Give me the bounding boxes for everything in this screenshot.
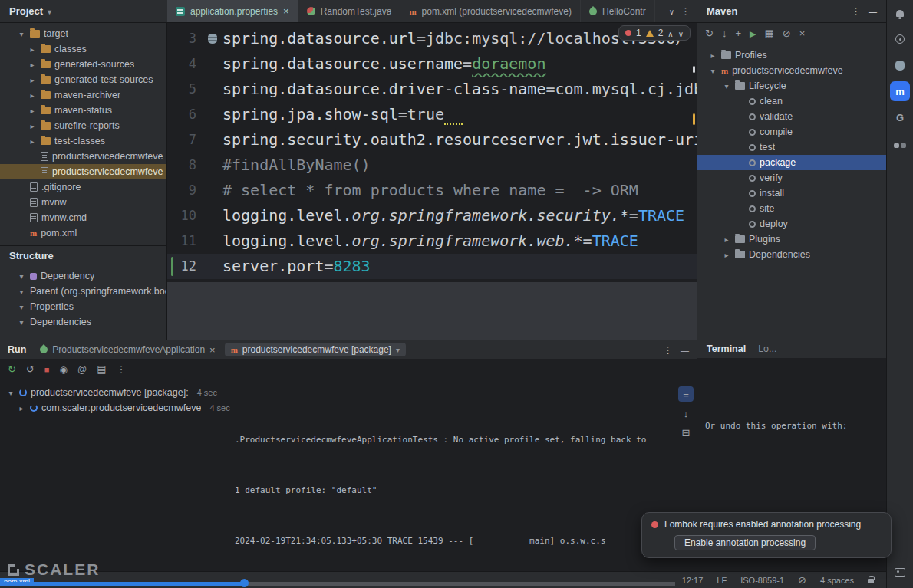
notification-popup[interactable]: Lombok requires enabled annotation proce… (641, 512, 892, 558)
next-issue-icon[interactable] (678, 28, 684, 38)
enable-annotation-processing-button[interactable]: Enable annotation processing (674, 535, 816, 550)
close-icon[interactable] (283, 6, 289, 16)
run-tab[interactable]: productservicedecmwfeve [package] (225, 343, 406, 356)
collaboration-icon[interactable] (890, 133, 910, 153)
maven-tree-item[interactable]: productservicedecmwfeve (697, 63, 886, 78)
editor-line[interactable]: 11 logging.level.org.springframework.web… (167, 228, 697, 254)
chevron-right-icon[interactable] (30, 136, 34, 146)
project-tree-item[interactable]: productservicedecmwfeve (0, 149, 166, 164)
maven-options-icon[interactable] (851, 6, 861, 16)
editor-tab[interactable]: RandomTest.java (298, 0, 401, 22)
chevron-right-icon[interactable] (30, 74, 34, 85)
maven-tree-item[interactable]: install (697, 186, 886, 201)
lock-icon[interactable] (868, 579, 874, 583)
structure-tool-header[interactable]: Structure (0, 245, 166, 265)
editor-line[interactable]: 9 # select * from products where name = … (167, 178, 697, 203)
maven-refresh-icon[interactable] (705, 28, 714, 38)
project-tree-item[interactable]: classes (0, 41, 166, 57)
run-console[interactable]: .ProductservicedecmwfeveApplicationTests… (230, 379, 675, 572)
terminal-tab[interactable]: Terminal (707, 343, 746, 354)
add-maven-project-icon[interactable] (735, 28, 741, 38)
indent-style[interactable]: 4 spaces (820, 576, 854, 585)
chevron-right-icon[interactable] (30, 105, 34, 116)
notifications-bell-icon[interactable] (890, 3, 910, 23)
hide-maven-icon[interactable] (869, 6, 877, 16)
scroll-to-end-icon[interactable] (678, 406, 694, 421)
editor-line[interactable]: 5 spring.datasource.driver-class-name=co… (167, 77, 697, 102)
assistant-icon[interactable] (890, 29, 910, 49)
maven-tree-item[interactable]: test (697, 140, 886, 155)
chevron-down-icon[interactable] (19, 286, 23, 297)
run-tab[interactable]: ProductservicedecmwfeveApplication (34, 343, 221, 356)
project-tree-item[interactable]: generated-test-sources (0, 72, 166, 87)
run-options-icon[interactable] (663, 345, 673, 355)
editor-tab[interactable]: pom.xml (productservicedecmwfeve) (400, 0, 581, 22)
structure-tree-item[interactable]: Dependency (0, 268, 166, 284)
annotate-icon[interactable] (77, 364, 87, 374)
project-tree-item[interactable]: maven-archiver (0, 87, 166, 103)
project-tree-item[interactable]: mvnw (0, 195, 166, 210)
editor-line[interactable]: 4 spring.datasource.username=doraemon (167, 51, 697, 77)
chevron-down-icon[interactable] (19, 271, 23, 281)
maven-tree-item[interactable]: compile (697, 124, 886, 140)
run-tree-item[interactable]: com.scaler:productservicedecmwfeve 4 sec (0, 400, 230, 416)
project-tree-item[interactable]: productservicedecmwfeve (0, 164, 166, 179)
clear-console-icon[interactable] (678, 425, 694, 440)
highlighting-level-icon[interactable] (798, 575, 806, 585)
structure-tree-item[interactable]: Properties (0, 299, 166, 314)
prev-issue-icon[interactable] (667, 28, 673, 38)
chevron-right-icon[interactable] (19, 402, 23, 413)
maven-tree-item[interactable]: deploy (697, 216, 886, 232)
chevron-down-icon[interactable] (724, 80, 728, 91)
project-tree-item[interactable]: generated-sources (0, 57, 166, 72)
structure-tree-item[interactable]: Parent (org.springframework.boo (0, 284, 166, 299)
maven-tool-icon[interactable] (890, 81, 910, 101)
editor-line[interactable]: 6 spring.jpa.show-sql=true (167, 102, 697, 127)
restart-icon[interactable] (26, 364, 35, 374)
project-tree-item[interactable]: pom.xml (0, 225, 166, 241)
more-actions-icon[interactable] (116, 364, 126, 374)
chevron-right-icon[interactable] (710, 50, 714, 61)
maven-tree-item[interactable]: Plugins (697, 232, 886, 247)
database-icon[interactable] (208, 34, 217, 44)
editor-line[interactable]: 12 server.port=8283 (167, 254, 697, 279)
gradle-tool-icon[interactable] (890, 107, 910, 127)
chevron-down-icon[interactable] (19, 301, 23, 312)
maven-tree-item[interactable]: Dependencies (697, 247, 886, 262)
stop-icon[interactable] (44, 364, 50, 374)
maven-close-icon[interactable] (799, 28, 806, 38)
inspections-widget[interactable]: 1 2 (618, 25, 691, 41)
file-encoding[interactable]: ISO-8859-1 (740, 576, 784, 585)
chevron-right-icon[interactable] (30, 59, 34, 70)
soft-wrap-icon[interactable] (678, 386, 694, 402)
chevron-down-icon[interactable] (8, 387, 12, 398)
editor-line[interactable]: 3 spring.datasource.url=jdbc:mysql://loc… (167, 26, 697, 51)
maven-tree-item[interactable]: Lifecycle (697, 78, 886, 94)
maven-tree-item[interactable]: site (697, 201, 886, 216)
maven-tree-item[interactable]: validate (697, 109, 886, 124)
editor-tab[interactable]: HelloContr (581, 0, 655, 22)
caret-position[interactable]: 12:17 (682, 576, 704, 585)
video-progress-knob[interactable] (240, 579, 249, 587)
chevron-right-icon[interactable] (30, 44, 34, 54)
rerun-icon[interactable] (8, 364, 16, 374)
maven-tree-item[interactable]: verify (697, 170, 886, 186)
tab-options-icon[interactable] (681, 6, 691, 16)
editor[interactable]: 3 spring.datasource.url=jdbc:mysql://loc… (167, 23, 697, 340)
database-tool-icon[interactable] (890, 55, 910, 75)
editor-line[interactable]: 7 spring.security.oauth2.resourceserver.… (167, 127, 697, 153)
chevron-down-icon[interactable] (396, 344, 400, 355)
editor-line[interactable]: 10 logging.level.org.springframework.sec… (167, 203, 697, 228)
maven-tree-item[interactable]: Profiles (697, 48, 886, 63)
coverage-icon[interactable] (59, 364, 67, 374)
hidden-tabs-icon[interactable] (669, 6, 674, 16)
project-tree-item[interactable]: mvnw.cmd (0, 210, 166, 225)
chevron-right-icon[interactable] (30, 120, 34, 131)
project-tree-item[interactable]: surefire-reports (0, 118, 166, 133)
line-separator[interactable]: LF (717, 576, 727, 585)
project-tree-item[interactable]: maven-status (0, 103, 166, 118)
run-tree-item[interactable]: productservicedecmwfeve [package]: 4 sec (0, 385, 230, 400)
chevron-right-icon[interactable] (724, 249, 728, 260)
download-sources-icon[interactable] (722, 28, 727, 38)
chevron-down-icon[interactable] (19, 28, 23, 39)
